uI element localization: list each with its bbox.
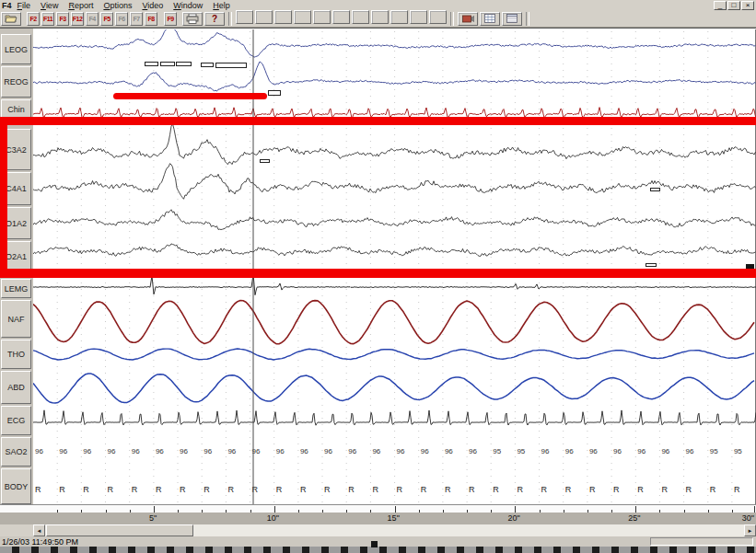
trace-area[interactable]: 9696969696969696969696969696969696969695… xyxy=(33,29,756,505)
body-value: R xyxy=(734,485,740,494)
open-file-button[interactable] xyxy=(1,12,21,26)
sao2-value: 96 xyxy=(469,447,477,455)
fkey-button-f7[interactable]: F7 xyxy=(130,12,143,26)
horizontal-scrollbar[interactable]: ◄ ► xyxy=(33,524,756,536)
body-value: R xyxy=(565,485,572,494)
channel-label-leog[interactable]: LEOG xyxy=(1,34,31,64)
sao2-value: 96 xyxy=(348,447,356,455)
toolbar-blank-button[interactable] xyxy=(371,10,389,24)
report-grid-button[interactable] xyxy=(502,12,522,26)
toolbar-blank-button[interactable] xyxy=(236,10,253,24)
scroll-right-arrow[interactable]: ► xyxy=(744,524,756,536)
channel-label-o1a2[interactable]: O1A2 xyxy=(1,207,31,239)
restore-button[interactable]: □ xyxy=(727,1,740,10)
scroll-left-arrow[interactable]: ◄ xyxy=(33,524,45,536)
status-bar: 1/26/03 11:49:50 PM xyxy=(0,536,756,547)
menu-item-view[interactable]: View xyxy=(41,1,58,10)
sao2-value: 96 xyxy=(324,447,332,455)
menu-item-report[interactable]: Report xyxy=(68,1,93,10)
window-title: F4 xyxy=(2,1,12,10)
toolbar-blank-button[interactable] xyxy=(294,10,311,24)
channel-label-ecg[interactable]: ECG xyxy=(1,406,31,435)
toolbar-blank-button[interactable] xyxy=(352,10,369,24)
body-value: R xyxy=(493,485,499,494)
menu-item-options[interactable]: Options xyxy=(103,1,132,10)
body-value: R xyxy=(397,485,403,494)
sao2-value: 96 xyxy=(108,447,116,455)
channel-label-tho[interactable]: THO xyxy=(1,340,31,369)
application-window: F4 FileViewReportOptionsVideoWindowHelp … xyxy=(0,0,756,553)
sao2-value: 96 xyxy=(372,447,380,455)
waveform-svg: 9696969696969696969696969696969696969695… xyxy=(33,29,756,505)
body-value: R xyxy=(108,485,114,494)
sao2-value: 96 xyxy=(661,447,669,455)
body-value: R xyxy=(300,485,307,494)
body-value: R xyxy=(372,485,378,494)
sao2-value: 96 xyxy=(637,447,646,455)
channel-label-o2a1[interactable]: O2A1 xyxy=(1,241,31,272)
toolbar-separator xyxy=(450,12,454,26)
fkey-button-f8[interactable]: F8 xyxy=(145,12,157,26)
close-button[interactable]: × xyxy=(741,1,754,10)
body-value: R xyxy=(276,485,283,494)
bottom-strip xyxy=(0,547,756,553)
fkey-button-f4[interactable]: F4 xyxy=(86,12,99,26)
toolbar-blank-button[interactable] xyxy=(255,10,273,24)
channel-label-sao2[interactable]: SAO2 xyxy=(1,437,31,467)
print-button[interactable] xyxy=(182,12,203,26)
sao2-value: 96 xyxy=(276,447,285,455)
toolbar-separator xyxy=(228,12,232,26)
body-value: R xyxy=(613,485,620,494)
fkey-button-f2[interactable]: F2 xyxy=(27,12,40,26)
toolbar-blank-button[interactable] xyxy=(410,10,427,24)
toolbar-blank-button[interactable] xyxy=(313,10,331,24)
status-datetime: 1/26/03 11:49:50 PM xyxy=(2,537,78,547)
video-button[interactable] xyxy=(458,12,478,26)
fkey-button-f3[interactable]: F3 xyxy=(56,12,69,26)
fkey-button-f9[interactable]: F9 xyxy=(164,12,177,26)
body-value: R xyxy=(348,485,355,494)
menu-item-help[interactable]: Help xyxy=(213,1,230,10)
trace-tho xyxy=(33,349,754,360)
menu-bar: F4 FileViewReportOptionsVideoWindowHelp … xyxy=(0,0,756,10)
fkey-button-f11[interactable]: F11 xyxy=(41,12,54,26)
sao2-value: 96 xyxy=(421,447,429,455)
body-value: R xyxy=(180,485,186,494)
help-button[interactable]: ? xyxy=(204,12,225,26)
channel-label-c3a2[interactable]: C3A2 xyxy=(1,129,31,170)
toolbar-blank-button[interactable] xyxy=(390,10,408,24)
toolbar-blank-button[interactable] xyxy=(429,10,447,24)
trace-leog xyxy=(33,29,756,57)
menu-item-video[interactable]: Video xyxy=(142,1,163,10)
body-value: R xyxy=(35,485,41,494)
menu-item-window[interactable]: Window xyxy=(173,1,203,10)
toolbar-blank-button[interactable] xyxy=(274,10,292,24)
channel-label-c4a1[interactable]: C4A1 xyxy=(1,172,31,205)
body-value: R xyxy=(59,485,65,494)
fkey-button-f5[interactable]: F5 xyxy=(100,12,113,26)
sao2-value: 96 xyxy=(686,447,694,455)
body-value: R xyxy=(324,485,331,494)
menu-item-file[interactable]: File xyxy=(17,1,31,10)
fkey-button-f12[interactable]: F12 xyxy=(71,12,84,26)
montage-grid-button[interactable] xyxy=(480,12,500,26)
minimize-button[interactable]: _ xyxy=(714,1,727,10)
channel-label-body[interactable]: BODY xyxy=(1,468,31,504)
trace-naf xyxy=(33,301,754,344)
channel-label-abd[interactable]: ABD xyxy=(1,371,31,404)
channel-label-naf[interactable]: NAF xyxy=(1,300,31,338)
trace-abd xyxy=(33,374,754,403)
toolbar-blank-button[interactable] xyxy=(332,10,350,24)
channel-label-reog[interactable]: REOG xyxy=(1,66,31,98)
grid-icon xyxy=(484,14,495,23)
printer-icon xyxy=(186,14,199,24)
channel-label-lemg[interactable]: LEMG xyxy=(1,279,31,298)
scrollbar-thumb[interactable] xyxy=(46,524,193,536)
sao2-value: 96 xyxy=(132,447,140,455)
fkey-button-f6[interactable]: F6 xyxy=(115,12,128,26)
sao2-value: 96 xyxy=(445,447,453,455)
channel-label-chin[interactable]: Chin xyxy=(1,99,31,120)
body-value: R xyxy=(156,485,162,494)
fkey-button-group: F2F11F3F12F4F5F6F7F8F9 xyxy=(26,12,178,26)
open-folder-icon xyxy=(5,14,17,23)
